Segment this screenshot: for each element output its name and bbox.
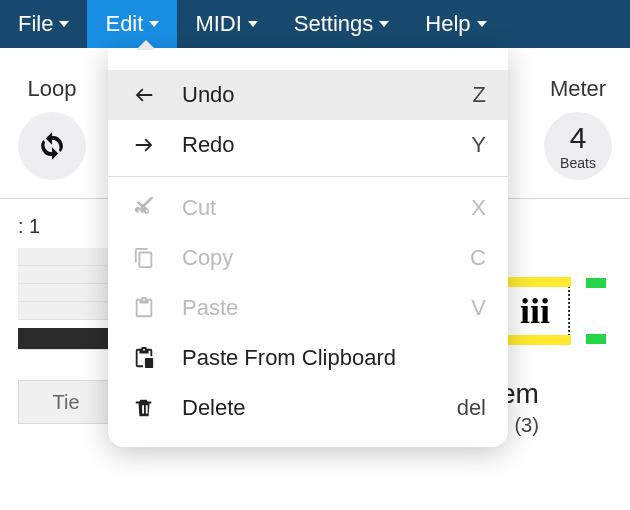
item-label: Paste From Clipboard xyxy=(182,345,486,371)
chord-cell[interactable]: iii xyxy=(500,278,570,344)
menu-paste-clipboard[interactable]: Paste From Clipboard xyxy=(108,333,508,383)
caret-down-icon xyxy=(477,21,487,27)
item-label: Undo xyxy=(182,82,473,108)
track-row[interactable] xyxy=(18,266,114,284)
caret-down-icon xyxy=(248,21,258,27)
track-row[interactable] xyxy=(18,248,114,266)
menu-edit[interactable]: Edit xyxy=(87,0,177,48)
copy-icon xyxy=(130,247,158,269)
chord-bar-top xyxy=(499,277,571,287)
menu-label: Settings xyxy=(294,11,374,37)
menu-settings[interactable]: Settings xyxy=(276,0,408,48)
track-row[interactable] xyxy=(18,302,114,320)
chord-roman: iii xyxy=(520,290,550,332)
menu-midi[interactable]: MIDI xyxy=(177,0,275,48)
item-shortcut: del xyxy=(457,395,486,421)
menu-label: Edit xyxy=(105,11,143,37)
loop-label: Loop xyxy=(28,76,77,102)
menu-undo[interactable]: Undo Z xyxy=(108,70,508,120)
tool-loop[interactable]: Loop xyxy=(18,76,86,180)
delete-icon xyxy=(130,397,158,419)
chord-box[interactable]: iii xyxy=(500,278,570,344)
item-label: Delete xyxy=(182,395,457,421)
item-shortcut: Y xyxy=(471,132,486,158)
item-shortcut: C xyxy=(470,245,486,271)
undo-icon xyxy=(130,84,158,106)
item-label: Copy xyxy=(182,245,470,271)
menu-separator xyxy=(108,176,508,177)
caret-down-icon xyxy=(59,21,69,27)
menu-redo[interactable]: Redo Y xyxy=(108,120,508,170)
tie-label: Tie xyxy=(52,391,79,414)
menu-help[interactable]: Help xyxy=(407,0,504,48)
menu-label: Help xyxy=(425,11,470,37)
track-row-active[interactable] xyxy=(18,328,114,350)
tie-button[interactable]: Tie xyxy=(18,380,114,424)
menu-label: File xyxy=(18,11,53,37)
menu-file[interactable]: File xyxy=(0,0,87,48)
tool-meter[interactable]: Meter 4 Beats xyxy=(544,76,612,180)
menu-copy: Copy C xyxy=(108,233,508,283)
meter-button[interactable]: 4 Beats xyxy=(544,112,612,180)
menu-cut: Cut X xyxy=(108,183,508,233)
cut-icon xyxy=(130,197,158,219)
menubar: File Edit MIDI Settings Help xyxy=(0,0,630,48)
refresh-icon xyxy=(37,131,67,161)
chord-bar-bottom xyxy=(499,335,571,345)
menu-delete[interactable]: Delete del xyxy=(108,383,508,433)
menu-paste: Paste V xyxy=(108,283,508,333)
item-label: Paste xyxy=(182,295,471,321)
item-shortcut: V xyxy=(471,295,486,321)
track-row[interactable] xyxy=(18,284,114,302)
meter-sub: Beats xyxy=(560,155,596,171)
caret-down-icon xyxy=(379,21,389,27)
item-label: Cut xyxy=(182,195,471,221)
meter-value: 4 xyxy=(570,121,587,155)
menu-label: MIDI xyxy=(195,11,241,37)
meter-label: Meter xyxy=(550,76,606,102)
caret-down-icon xyxy=(149,21,159,27)
item-label: Redo xyxy=(182,132,471,158)
redo-icon xyxy=(130,134,158,156)
section-label: : 1 xyxy=(18,215,40,237)
item-shortcut: Z xyxy=(473,82,486,108)
paste-icon xyxy=(130,297,158,319)
loop-button[interactable] xyxy=(18,112,86,180)
edit-dropdown: Undo Z Redo Y Cut X Copy C Paste V P xyxy=(108,48,508,447)
chord-cell-next[interactable] xyxy=(586,278,606,344)
paste-clipboard-icon xyxy=(130,347,158,369)
item-shortcut: X xyxy=(471,195,486,221)
